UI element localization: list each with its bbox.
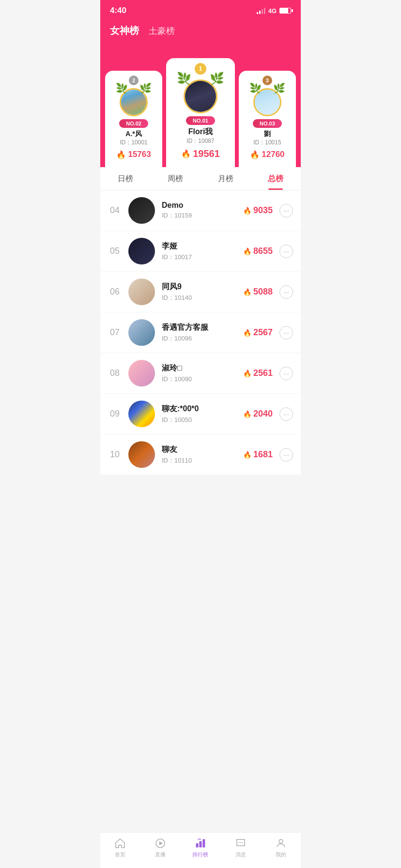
avatar-6 [128, 279, 155, 305]
tab-weekly[interactable]: 周榜 [151, 174, 201, 190]
podium-2nd[interactable]: 2 🌿 🌿 NO.02 A.*风 ID：10001 🔥 15763 [105, 71, 162, 167]
podium-score-2nd: 🔥 15763 [116, 150, 151, 159]
rank-badge-2nd: NO.02 [119, 119, 148, 128]
list-id-10: ID：10110 [162, 456, 227, 465]
list-info-4: Demo ID：10159 [162, 201, 227, 220]
list-item[interactable]: 07 香遇官方客服 ID：10096 🔥 2567 ··· [100, 312, 301, 353]
list-item[interactable]: 04 Demo ID：10159 🔥 9035 ··· [100, 190, 301, 231]
list-name-10: 聊友 [162, 445, 227, 455]
list-score-6: 🔥 5088 [234, 287, 273, 297]
list-score-9: 🔥 2040 [234, 409, 273, 419]
avatar-10 [128, 441, 155, 468]
list-name-9: 聊友:*00*0 [162, 404, 227, 414]
list-item[interactable]: 08 淑玲□ ID：10090 🔥 2561 ··· [100, 353, 301, 394]
avatar-8 [128, 360, 155, 387]
rank-num-7: 07 [108, 327, 122, 338]
tab-total[interactable]: 总榜 [251, 174, 301, 190]
network-label: 4G [268, 7, 277, 15]
list-score-8: 🔥 2561 [234, 368, 273, 378]
more-btn-10[interactable]: ··· [279, 448, 293, 462]
tab-monthly[interactable]: 月榜 [200, 174, 251, 190]
tab-tuhao[interactable]: 土豪榜 [149, 25, 175, 41]
ranked-list: 04 Demo ID：10159 🔥 9035 ··· 05 李娅 ID：100… [100, 190, 301, 475]
more-btn-5[interactable]: ··· [279, 245, 293, 258]
avatar-7 [128, 319, 155, 346]
list-id-8: ID：10090 [162, 375, 227, 384]
signal-icon [257, 7, 265, 14]
podium-1st[interactable]: 1 🌿 🌿 NO.01 Flori我 ID：10087 🔥 19561 [166, 58, 235, 167]
crown-badge-1: 1 [195, 63, 206, 75]
list-item[interactable]: 06 同风9 ID：10140 🔥 5088 ··· [100, 272, 301, 312]
list-score-4: 🔥 9035 [234, 205, 273, 216]
rank-badge-3rd: NO.03 [253, 119, 282, 128]
battery-icon [279, 8, 291, 14]
list-id-5: ID：10017 [162, 253, 227, 262]
avatar-3rd [253, 88, 281, 116]
podium-name-1st: Flori我 [188, 127, 213, 137]
avatar-2nd [120, 88, 148, 116]
rank-num-4: 04 [108, 205, 122, 216]
fire-icon-3rd: 🔥 [250, 150, 260, 159]
podium-name-3rd: 劉 [264, 130, 271, 139]
crown-badge-2: 2 [129, 76, 139, 85]
list-info-9: 聊友:*00*0 ID：10050 [162, 404, 227, 424]
status-time: 4:40 [110, 6, 126, 16]
more-btn-7[interactable]: ··· [279, 326, 293, 340]
list-score-10: 🔥 1681 [234, 450, 273, 460]
list-item[interactable]: 10 聊友 ID：10110 🔥 1681 ··· [100, 434, 301, 475]
rank-num-8: 08 [108, 368, 122, 378]
list-score-5: 🔥 8655 [234, 246, 273, 256]
rank-num-10: 10 [108, 450, 122, 460]
more-btn-8[interactable]: ··· [279, 367, 293, 380]
podium-section: 2 🌿 🌿 NO.02 A.*风 ID：10001 🔥 15763 [100, 41, 301, 167]
list-info-8: 淑玲□ ID：10090 [162, 363, 227, 384]
list-id-4: ID：10159 [162, 211, 227, 220]
podium-id-1st: ID：10087 [186, 137, 214, 145]
avatar-wrap-2nd: 2 🌿 🌿 [120, 76, 148, 116]
list-info-7: 香遇官方客服 ID：10096 [162, 323, 227, 343]
filter-tabs: 日榜 周榜 月榜 总榜 [100, 167, 301, 190]
avatar-5 [128, 238, 155, 264]
tab-goddess[interactable]: 女神榜 [110, 24, 139, 41]
list-score-7: 🔥 2567 [234, 327, 273, 338]
list-name-5: 李娅 [162, 241, 227, 251]
list-info-10: 聊友 ID：10110 [162, 445, 227, 465]
podium-name-2nd: A.*风 [125, 130, 141, 139]
avatar-4 [128, 197, 155, 224]
laurel-right-1: 🌿 [210, 72, 224, 85]
podium-id-3rd: ID：10015 [253, 139, 281, 147]
avatar-1st [184, 79, 217, 113]
list-id-6: ID：10140 [162, 294, 227, 302]
rank-num-6: 06 [108, 287, 122, 297]
list-id-9: ID：10050 [162, 416, 227, 424]
list-name-6: 同风9 [162, 282, 227, 292]
tab-daily[interactable]: 日榜 [100, 174, 151, 190]
rank-badge-1st: NO.01 [186, 116, 215, 125]
avatar-wrap-1st: 1 🌿 🌿 [184, 63, 217, 113]
more-btn-6[interactable]: ··· [279, 285, 293, 299]
fire-icon-2nd: 🔥 [116, 150, 126, 159]
more-btn-4[interactable]: ··· [279, 204, 293, 217]
list-info-6: 同风9 ID：10140 [162, 282, 227, 302]
rank-num-9: 09 [108, 409, 122, 419]
list-item[interactable]: 05 李娅 ID：10017 🔥 8655 ··· [100, 231, 301, 272]
list-info-5: 李娅 ID：10017 [162, 241, 227, 262]
rank-num-5: 05 [108, 246, 122, 256]
avatar-9 [128, 401, 155, 427]
list-id-7: ID：10096 [162, 334, 227, 343]
list-name-4: Demo [162, 201, 227, 210]
status-bar: 4:40 4G [100, 0, 301, 19]
list-name-8: 淑玲□ [162, 363, 227, 373]
podium-score-1st: 🔥 19561 [181, 148, 220, 159]
more-btn-9[interactable]: ··· [279, 407, 293, 421]
list-name-7: 香遇官方客服 [162, 323, 227, 333]
status-icons: 4G [257, 7, 291, 15]
fire-icon-1st: 🔥 [181, 149, 191, 158]
podium-score-3rd: 🔥 12760 [250, 150, 284, 159]
list-item[interactable]: 09 聊友:*00*0 ID：10050 🔥 2040 ··· [100, 394, 301, 434]
header: 女神榜 土豪榜 [100, 19, 301, 41]
avatar-wrap-3rd: 3 🌿 🌿 [253, 76, 281, 116]
crown-badge-3: 3 [262, 76, 272, 85]
podium-3rd[interactable]: 3 🌿 🌿 NO.03 劉 ID：10015 🔥 12760 [239, 71, 296, 167]
podium-id-2nd: ID：10001 [120, 139, 147, 147]
